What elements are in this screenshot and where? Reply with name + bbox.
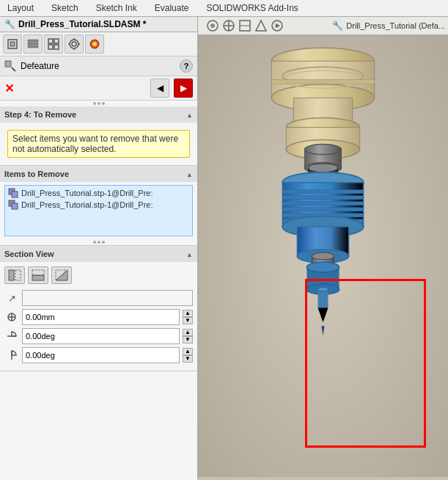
- section-view-section: Section View: [0, 246, 197, 371]
- step4-section: Step 4: To Remove Select items you want …: [0, 106, 197, 166]
- toolbar-row: [0, 32, 197, 57]
- offset-spin-down[interactable]: ▼: [183, 317, 193, 324]
- svg-rect-64: [282, 196, 363, 200]
- next-arrow-icon: ▶: [180, 83, 187, 93]
- sv-button-3[interactable]: [51, 266, 72, 284]
- svg-line-17: [12, 68, 15, 71]
- angle1-spinner: ▲ ▼: [183, 329, 193, 343]
- item-text: Drill_Press_Tutorial.stp-1@Drill_Pre:: [21, 200, 153, 209]
- svg-rect-66: [282, 208, 363, 211]
- action-row: ✕ ◀ ▶: [0, 76, 197, 101]
- right-panel: 🔧 Drill_Press_Tutorial (Defa...: [198, 17, 448, 480]
- angle2-input-row: ▲ ▼: [4, 347, 193, 363]
- list-item[interactable]: Drill_Press_Tutorial.stp-1@Drill_Pre:: [7, 199, 191, 211]
- svg-point-76: [306, 262, 339, 272]
- svg-point-15: [90, 40, 99, 48]
- close-button[interactable]: ✕: [4, 81, 14, 95]
- svg-marker-40: [256, 21, 266, 31]
- menu-item-sketch-ink[interactable]: Sketch Ink: [92, 1, 142, 15]
- panel-header: Defeature ?: [0, 57, 197, 76]
- main-container: 🔧 Drill_Press_Tutorial.SLDASM *: [0, 17, 448, 480]
- list-view-btn[interactable]: [23, 34, 43, 54]
- item-icon: [8, 188, 18, 198]
- items-list-box[interactable]: Drill_Press_Tutorial.stp-1@Drill_Pre: Dr…: [4, 185, 193, 236]
- view-toolbar-icon3: [238, 18, 252, 33]
- offset-spinner: ▲ ▼: [183, 310, 193, 324]
- item-icon: [8, 200, 18, 210]
- sv-button-2[interactable]: [28, 266, 48, 284]
- back-arrow-icon: ◀: [157, 83, 164, 93]
- component-name-text: Drill_Press_Tutorial (Defa...: [346, 21, 445, 30]
- svg-point-9: [70, 40, 78, 48]
- angle1-spin-up[interactable]: ▲: [183, 329, 193, 336]
- step4-header[interactable]: Step 4: To Remove: [0, 106, 197, 123]
- list-item[interactable]: Drill_Press_Tutorial.stp-1@Drill_Pre:: [7, 187, 191, 199]
- items-to-remove-section: Items to Remove Drill_Press_Tutorial.stp…: [0, 166, 197, 246]
- angle2-spin-down[interactable]: ▼: [183, 355, 193, 363]
- angle2-icon: [4, 348, 19, 363]
- view-toolbar-icon5: [270, 18, 284, 33]
- svg-rect-7: [48, 45, 53, 49]
- next-nav-button[interactable]: ▶: [174, 79, 193, 98]
- component-icon: 🔧: [332, 21, 343, 31]
- sv-buttons-row: [4, 266, 193, 284]
- angle2-spin-up[interactable]: ▲: [183, 348, 193, 355]
- scroll-indicator-mid: [0, 239, 197, 245]
- angle1-input-field[interactable]: [22, 328, 180, 344]
- section-view-content: ↗ ▲: [0, 262, 197, 371]
- tree-view-btn[interactable]: [44, 34, 63, 54]
- items-to-remove-title: Items to Remove: [4, 170, 69, 178]
- view-toolbar-icon2: [221, 18, 236, 33]
- svg-rect-16: [5, 61, 11, 67]
- svg-rect-6: [54, 39, 59, 43]
- svg-rect-19: [12, 192, 18, 197]
- view-toolbar-icon1: [205, 18, 220, 33]
- panel-title: Defeature: [21, 61, 59, 71]
- svg-point-10: [72, 42, 76, 46]
- item-text: Drill_Press_Tutorial.stp-1@Drill_Pre:: [21, 189, 153, 197]
- items-collapse-icon: [186, 169, 193, 179]
- component-label: 🔧 Drill_Press_Tutorial (Defa...: [332, 21, 445, 31]
- defeature-icon: [4, 60, 16, 72]
- svg-rect-25: [32, 270, 44, 275]
- arrow-icon: ↗: [4, 291, 19, 305]
- offset-spin-up[interactable]: ▲: [183, 310, 193, 317]
- svg-rect-78: [317, 289, 328, 308]
- svg-rect-23: [15, 270, 21, 280]
- left-panel: 🔧 Drill_Press_Tutorial.SLDASM *: [0, 17, 198, 480]
- svg-rect-65: [282, 202, 363, 206]
- menu-item-evaluate[interactable]: Evaluate: [150, 1, 194, 15]
- back-nav-button[interactable]: ◀: [150, 79, 169, 98]
- menu-item-sketch[interactable]: Sketch: [47, 1, 83, 15]
- scroll-indicator-top: [0, 101, 197, 106]
- file-name: Drill_Press_Tutorial.SLDASM *: [18, 19, 147, 29]
- angle1-spin-down[interactable]: ▼: [183, 336, 193, 343]
- svg-point-56: [304, 145, 341, 155]
- view-toolbar: 🔧 Drill_Press_Tutorial (Defa...: [198, 17, 448, 35]
- offset-input-field[interactable]: [22, 309, 180, 325]
- file-icon: 🔧: [4, 19, 15, 29]
- svg-rect-24: [32, 275, 44, 280]
- menu-item-solidworks-add-ins[interactable]: SOLIDWORKS Add-Ins: [202, 1, 302, 15]
- svg-point-79: [317, 287, 328, 291]
- svg-rect-22: [9, 270, 14, 280]
- section-view-title: Section View: [4, 250, 54, 258]
- view-area[interactable]: [198, 35, 448, 477]
- menu-item-layout[interactable]: Layout: [3, 1, 38, 15]
- angle2-input-field[interactable]: [22, 347, 180, 363]
- svg-rect-21: [12, 203, 18, 209]
- sv-button-1[interactable]: [4, 266, 25, 284]
- svg-rect-2: [28, 40, 38, 42]
- offset-icon: [4, 310, 19, 324]
- cube-view-btn[interactable]: [3, 34, 22, 54]
- items-to-remove-header[interactable]: Items to Remove: [0, 166, 197, 182]
- arrow-input-field[interactable]: [22, 290, 193, 306]
- target-view-btn[interactable]: [65, 34, 84, 54]
- svg-point-59: [308, 164, 337, 172]
- color-view-btn[interactable]: [85, 34, 104, 54]
- step4-info-box: Select items you want to remove that wer…: [7, 130, 190, 158]
- file-title-bar: 🔧 Drill_Press_Tutorial.SLDASM *: [0, 17, 197, 32]
- section-view-header[interactable]: Section View: [0, 246, 197, 262]
- angle1-input-row: ▲ ▼: [4, 328, 193, 344]
- help-button[interactable]: ?: [180, 59, 193, 73]
